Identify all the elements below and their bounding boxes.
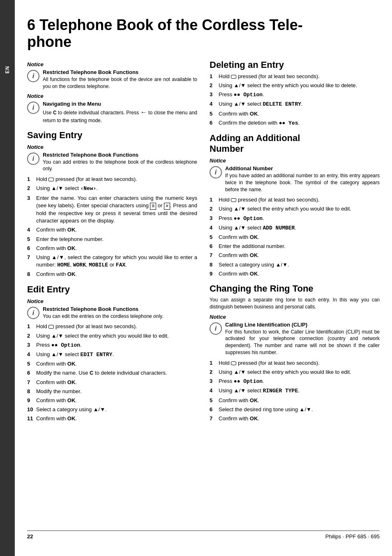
- step-item: 5Confirm with OK.: [210, 397, 380, 404]
- step-item: 8Select a category using ▲/▼.: [210, 261, 380, 269]
- left-bar: EN: [0, 0, 15, 556]
- step-item: 4Confirm with OK.: [27, 226, 197, 234]
- edit-notice-box: i Restricted Telephone Book Functions Yo…: [27, 306, 197, 320]
- language-label: EN: [5, 66, 10, 74]
- step-item: 7Confirm with OK.: [27, 379, 197, 386]
- step-item: 3Press ●● Option.: [210, 91, 380, 99]
- notice-title-1: Restricted Telephone Book Functions: [43, 69, 197, 75]
- main-content: 6 Telephone Book of the Cordless Tele- p…: [15, 0, 392, 556]
- right-column: Deleting an Entry 1Hold pressed (for at …: [210, 58, 380, 526]
- footer-brand-name: Philips · PPF 685 · 695: [325, 533, 380, 540]
- edit-entry-title: Edit Entry: [27, 284, 197, 295]
- info-icon-1: i: [27, 70, 39, 82]
- adding-notice-title: Additional Number: [225, 165, 380, 171]
- step-item: 1Hold pressed (for at least two seconds)…: [210, 359, 380, 367]
- info-icon-5: i: [210, 166, 222, 178]
- saving-notice-title: Restricted Telephone Book Functions: [43, 152, 197, 158]
- page-title: 6 Telephone Book of the Cordless Tele- p…: [27, 16, 380, 51]
- step-item: 3Press ●● Option.: [210, 378, 380, 385]
- notice-box-2: i Navigating in the Menu Use C to delete…: [27, 101, 197, 124]
- step-item: 9Confirm with OK.: [210, 270, 380, 278]
- notice-title-2: Navigating in the Menu: [43, 101, 197, 107]
- step-item: 6Select the desired ring tone using ▲/▼.: [210, 406, 380, 413]
- notice-content-2: Navigating in the Menu Use C to delete i…: [43, 101, 197, 124]
- deleting-entry-title: Deleting an Entry: [210, 60, 380, 70]
- ring-notice-title: Calling Line Identification (CLIP): [225, 322, 380, 328]
- step-item: 1Hold pressed (for at least two seconds)…: [210, 73, 380, 80]
- step-item: 6Confirm the deletion with ●● Yes.: [210, 119, 380, 127]
- step-item: 4Using ▲/▼ select DELETE ENTRY.: [210, 100, 380, 108]
- saving-notice-text: You can add entries to the telephone boo…: [43, 159, 197, 173]
- ring-notice-box: i Calling Line Identification (CLIP) For…: [210, 322, 380, 356]
- step-item: 4Using ▲/▼ select EDIT ENTRY.: [27, 351, 197, 359]
- step-item: 2Using ▲/▼ select the entry which you wo…: [27, 332, 197, 340]
- step-item: 3Press ●● Option.: [210, 215, 380, 222]
- step-item: 4Using ▲/▼ select RINGER TYPE.: [210, 387, 380, 395]
- step-item: 7Using ▲/▼, select the category for whic…: [27, 254, 197, 269]
- two-column-layout: Notice i Restricted Telephone Book Funct…: [27, 58, 380, 526]
- adding-additional-section: Adding an AdditionalNumber Notice i Addi…: [210, 133, 380, 278]
- step-item: 2Using ▲/▼ select the entry which you wo…: [210, 368, 380, 376]
- edit-notice-title: Restricted Telephone Book Functions: [43, 306, 197, 312]
- adding-notice-content: Additional Number If you have added an a…: [225, 165, 380, 193]
- footer-page-number: 22: [27, 533, 33, 540]
- info-icon-3: i: [27, 153, 39, 165]
- saving-notice-label: Notice: [27, 144, 197, 150]
- changing-ring-section: Changing the Ring Tone You can assign a …: [210, 283, 380, 422]
- ring-steps: 1Hold pressed (for at least two seconds)…: [210, 359, 380, 422]
- step-item: 1Hold pressed (for at least two seconds)…: [27, 176, 197, 183]
- ring-notice-label: Notice: [210, 314, 380, 320]
- step-item: 3Press ●● Option.: [27, 341, 197, 349]
- saving-entry-section: Saving Entry Notice i Restricted Telepho…: [27, 130, 197, 278]
- page-footer: 22 Philips · PPF 685 · 695: [27, 531, 380, 540]
- step-item: 3Enter the name. You can enter character…: [27, 195, 197, 225]
- saving-notice-box: i Restricted Telephone Book Functions Yo…: [27, 152, 197, 173]
- info-icon-6: i: [210, 322, 222, 335]
- step-item: 2Using ▲/▼ select the entry which you wo…: [210, 82, 380, 89]
- edit-steps: 1Hold pressed (for at least two seconds)…: [27, 323, 197, 422]
- step-item: 5Confirm with OK.: [210, 234, 380, 241]
- step-item: 5Confirm with OK.: [210, 110, 380, 118]
- edit-notice-label: Notice: [27, 298, 197, 304]
- changing-ring-intro: You can assign a separate ring tone to e…: [210, 297, 380, 310]
- ring-notice-text: For this function to work, the Caller Li…: [225, 329, 380, 356]
- info-icon-4: i: [27, 307, 39, 319]
- step-item: 6Modify the name. Use C to delete indivi…: [27, 369, 197, 377]
- saving-entry-title: Saving Entry: [27, 130, 197, 141]
- adding-notice-box: i Additional Number If you have added an…: [210, 165, 380, 193]
- changing-ring-title: Changing the Ring Tone: [210, 283, 380, 294]
- adding-notice-label: Notice: [210, 158, 380, 164]
- page: EN 6 Telephone Book of the Cordless Tele…: [0, 0, 392, 556]
- step-item: 1Hold pressed (for at least two seconds)…: [210, 196, 380, 204]
- deleting-steps: 1Hold pressed (for at least two seconds)…: [210, 73, 380, 127]
- saving-notice-content: Restricted Telephone Book Functions You …: [43, 152, 197, 173]
- step-item: 11Confirm with OK.: [27, 415, 197, 422]
- ring-notice-content: Calling Line Identification (CLIP) For t…: [225, 322, 380, 356]
- step-item: 6Confirm with OK.: [27, 245, 197, 252]
- notice-label-1: Notice: [27, 61, 197, 67]
- saving-steps: 1Hold pressed (for at least two seconds)…: [27, 176, 197, 278]
- step-item: 6Enter the additional number.: [210, 243, 380, 250]
- step-item: 4Using ▲/▼ select ADD NUMBER.: [210, 224, 380, 232]
- step-item: 7Confirm with OK.: [210, 415, 380, 422]
- adding-notice-text: If you have added an additional number t…: [225, 172, 380, 193]
- step-item: 5Confirm with OK.: [27, 360, 197, 368]
- step-item: 7Confirm with OK.: [210, 252, 380, 259]
- step-item: 10Select a category using ▲/▼.: [27, 406, 197, 413]
- deleting-entry-section: Deleting an Entry 1Hold pressed (for at …: [210, 60, 380, 127]
- edit-entry-section: Edit Entry Notice i Restricted Telephone…: [27, 284, 197, 423]
- notice-text-2: Use C to delete individual characters. P…: [43, 108, 197, 124]
- notice-text-1: All functions for the telephone book of …: [43, 76, 197, 90]
- notice-label-2: Notice: [27, 93, 197, 99]
- edit-notice-text: You can edit the entries on the cordless…: [43, 313, 197, 320]
- step-item: 1Hold pressed (for at least two seconds)…: [27, 323, 197, 330]
- step-item: 8Modify the number.: [27, 388, 197, 395]
- step-item: 2Using ▲/▼ select the entry which you wo…: [210, 205, 380, 213]
- notice-box-1: i Restricted Telephone Book Functions Al…: [27, 69, 197, 90]
- edit-notice-content: Restricted Telephone Book Functions You …: [43, 306, 197, 320]
- info-icon-2: i: [27, 102, 39, 114]
- step-item: 8Confirm with OK.: [27, 271, 197, 278]
- adding-additional-title: Adding an AdditionalNumber: [210, 133, 380, 154]
- left-column: Notice i Restricted Telephone Book Funct…: [27, 58, 197, 526]
- step-item: 5Enter the telephone number.: [27, 236, 197, 243]
